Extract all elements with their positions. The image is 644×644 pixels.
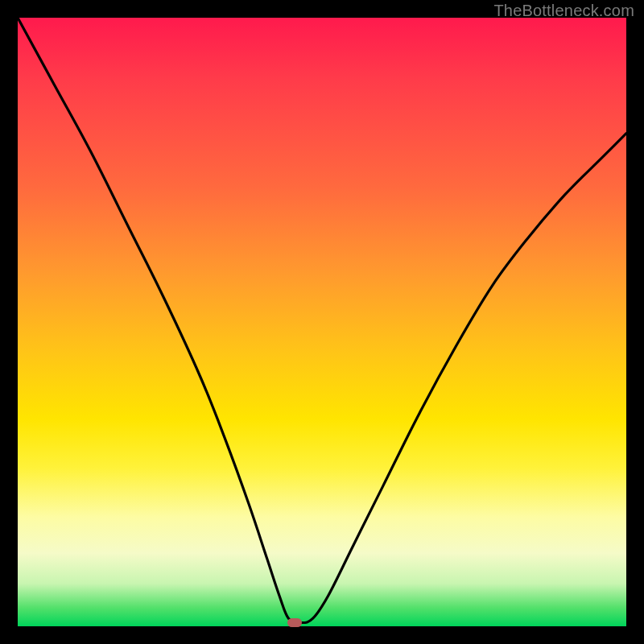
- optimal-point-marker: [287, 618, 302, 627]
- chart-frame: TheBottleneck.com: [0, 0, 644, 644]
- plot-area: [18, 18, 626, 626]
- watermark-text: TheBottleneck.com: [493, 2, 634, 20]
- bottleneck-curve: [18, 18, 626, 626]
